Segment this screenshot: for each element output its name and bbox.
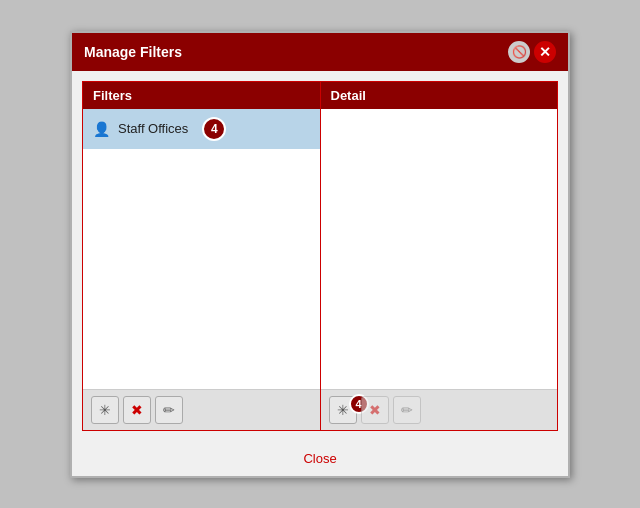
dialog-footer: Close — [72, 441, 568, 476]
detail-panel-content — [321, 109, 558, 389]
dialog-body: Filters Staff Offices 4 — [72, 71, 568, 441]
close-x-icon: ✕ — [539, 44, 551, 60]
filters-new-button[interactable] — [91, 396, 119, 424]
filters-panel-content: Staff Offices 4 — [83, 109, 320, 389]
delete-icon — [131, 402, 143, 418]
detail-new-button-wrapper: 4 — [329, 396, 357, 424]
filters-toolbar — [83, 389, 320, 430]
detail-edit-icon — [401, 402, 413, 418]
dialog-titlebar: Manage Filters 🚫 ✕ — [72, 33, 568, 71]
new-icon — [99, 402, 111, 418]
detail-edit-button[interactable] — [393, 396, 421, 424]
titlebar-buttons: 🚫 ✕ — [508, 41, 556, 63]
dialog-no-button[interactable]: 🚫 — [508, 41, 530, 63]
detail-toolbar: 4 — [321, 389, 558, 430]
close-link[interactable]: Close — [303, 451, 336, 466]
detail-panel-header: Detail — [321, 82, 558, 109]
filter-item-badge: 4 — [202, 117, 226, 141]
filters-panel: Filters Staff Offices 4 — [83, 82, 321, 430]
detail-new-icon — [337, 402, 349, 418]
manage-filters-dialog: Manage Filters 🚫 ✕ Filters Staff Offices… — [70, 31, 570, 478]
person-icon — [93, 121, 110, 137]
filters-panel-header: Filters — [83, 82, 320, 109]
no-icon: 🚫 — [512, 45, 527, 59]
detail-delete-icon — [369, 402, 381, 418]
filter-item-label: Staff Offices — [118, 121, 188, 136]
panels-container: Filters Staff Offices 4 — [82, 81, 558, 431]
filters-edit-button[interactable] — [155, 396, 183, 424]
edit-icon — [163, 402, 175, 418]
dialog-title: Manage Filters — [84, 44, 182, 60]
detail-panel: Detail 4 — [321, 82, 558, 430]
dialog-close-button[interactable]: ✕ — [534, 41, 556, 63]
filters-delete-button[interactable] — [123, 396, 151, 424]
detail-delete-button[interactable] — [361, 396, 389, 424]
filter-item-staff-offices[interactable]: Staff Offices 4 — [83, 109, 320, 149]
